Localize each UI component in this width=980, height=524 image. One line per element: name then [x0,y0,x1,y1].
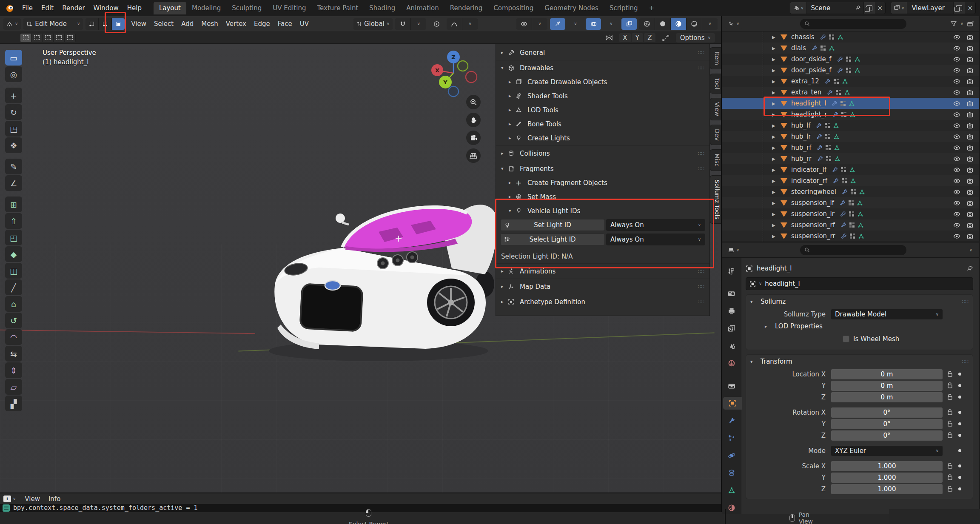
menubar-item[interactable]: Render [58,2,89,14]
tool-button[interactable]: ⌂ [5,296,22,312]
new-collection-icon[interactable] [967,20,974,27]
expand-icon[interactable]: ▶ [772,168,781,172]
select-new-icon[interactable] [20,34,31,42]
render-camera-icon[interactable] [967,57,973,62]
tool-button[interactable]: ◰ [5,230,22,245]
rotation-input[interactable]: 0° [831,430,943,441]
drag-grip-icon[interactable]: ∷∷ [698,166,704,172]
wireframe-shading-icon[interactable] [639,18,655,30]
hide-eye-icon[interactable] [953,123,960,128]
animate-dot-icon[interactable] [958,396,961,399]
outliner-item[interactable]: ▶ door_dside_f [722,54,979,65]
expand-icon[interactable]: ▶ [772,123,781,128]
tab-modifiers-icon[interactable] [723,414,740,427]
expand-icon[interactable]: ▶ [772,57,781,62]
vertex-groups-icon[interactable] [851,189,856,194]
render-camera-icon[interactable] [967,68,973,73]
expand-icon[interactable]: ▶ [772,46,781,51]
info-men-item[interactable]: View [21,494,44,504]
tab-collection-icon[interactable] [723,379,740,392]
hide-eye-icon[interactable] [953,34,960,40]
tool-button[interactable]: ↺ [5,313,22,328]
modifier-wrench-icon[interactable] [840,222,846,228]
scene-name[interactable]: Scene [807,4,853,12]
object-name[interactable]: headlight_r [791,111,827,118]
mesh-data-icon[interactable] [849,167,855,173]
render-camera-icon[interactable] [967,79,973,84]
editor-type-button[interactable]: ∨ [3,18,21,30]
object-name[interactable]: indicator_rf [791,177,827,185]
outliner-item[interactable]: ▶ indicator_rf [722,175,979,186]
drag-grip-icon[interactable]: ∷∷ [962,359,969,365]
properties-editor-type-button[interactable]: ∨ [725,245,742,255]
breadcrumb-object-name[interactable]: headlight_l [757,265,792,272]
lock-icon[interactable] [947,474,953,481]
location-input[interactable]: 0 m [831,381,943,391]
object-name[interactable]: door_pside_f [791,66,832,74]
properties-options-icon[interactable]: ∨ [969,248,976,252]
expand-icon[interactable]: ▶ [772,112,781,117]
drag-grip-icon[interactable]: ∷∷ [698,151,704,157]
vertex-groups-icon[interactable] [820,46,826,51]
modifier-wrench-icon[interactable] [840,233,847,239]
show-overlays-toggle[interactable] [586,18,601,30]
new-viewlayer-icon[interactable] [953,2,965,14]
expand-icon[interactable]: ▶ [772,134,781,139]
workspace-tab[interactable]: UV Editing [267,2,311,14]
overlays-dropdown-icon[interactable]: ∨ [604,18,619,30]
modifier-wrench-icon[interactable] [832,167,838,173]
mirror-axis-button[interactable]: Z [644,33,655,42]
modifier-wrench-icon[interactable] [816,134,822,140]
panel-create-drawable-objects[interactable]: ▸ Create Drawable Objects [496,75,709,89]
vertex-groups-icon[interactable] [846,68,851,73]
outliner-item[interactable]: ▶ headlight_r [722,109,979,120]
object-name[interactable]: suspension_rf [791,221,835,229]
vertex-groups-icon[interactable] [850,234,855,239]
tool-button[interactable]: ◳ [5,121,22,137]
filter-dropdown-icon[interactable]: ∨ [960,22,963,26]
mesh-data-icon[interactable] [834,156,840,162]
hide-eye-icon[interactable] [953,234,960,239]
tab-object-data-icon[interactable] [723,484,740,497]
animate-dot-icon[interactable] [958,422,961,425]
outliner-item[interactable]: ▶ steeringwheel [722,186,979,197]
tool-button[interactable]: ⇆ [5,346,22,362]
hide-eye-icon[interactable] [953,57,960,62]
animate-dot-icon[interactable] [958,464,961,467]
vertex-groups-icon[interactable] [834,79,839,84]
workspace-tab[interactable]: Modeling [186,2,226,14]
location-input[interactable]: 0 m [831,392,943,402]
viewlayer-icon[interactable]: ∨ [891,2,907,14]
mirror-icon[interactable] [601,32,617,43]
hide-eye-icon[interactable] [953,145,960,151]
vertex-groups-icon[interactable] [846,57,851,62]
render-camera-icon[interactable] [967,90,973,95]
mesh-data-icon[interactable] [859,189,865,195]
modifier-wrench-icon[interactable] [824,78,831,85]
menubar-item[interactable]: File [18,2,37,14]
object-name-field[interactable]: ∨ headlight_l [746,277,973,290]
object-name[interactable]: extra_ten [791,88,821,96]
viewport-menu-item[interactable]: Mesh [197,18,222,30]
outliner-item[interactable]: ▶ hub_rf [722,142,979,153]
tool-button[interactable]: ▭ [5,50,22,66]
drag-grip-icon[interactable]: ∷∷ [962,299,969,305]
object-name[interactable]: indicator_lf [791,166,826,174]
hide-eye-icon[interactable] [953,200,960,206]
select-invert-icon[interactable] [54,34,65,42]
tool-button[interactable]: ▞ [5,396,22,411]
drag-grip-icon[interactable]: ∷∷ [698,50,704,56]
outliner-search-input[interactable] [800,19,906,29]
hide-eye-icon[interactable] [953,134,960,140]
mesh-data-icon[interactable] [842,78,848,85]
scale-input[interactable]: 1.000 [831,484,943,494]
rotation-input[interactable]: 0° [831,419,943,429]
mesh-data-icon[interactable] [829,45,835,51]
rendered-shading-icon[interactable] [687,18,702,30]
menubar-item[interactable]: Help [123,2,146,14]
mesh-data-icon[interactable] [849,100,855,107]
outliner-item[interactable]: ▶ hub_lr [722,131,979,142]
tool-button[interactable]: ╱ [5,279,22,295]
car-model[interactable] [255,184,502,367]
mesh-data-icon[interactable] [844,89,850,96]
